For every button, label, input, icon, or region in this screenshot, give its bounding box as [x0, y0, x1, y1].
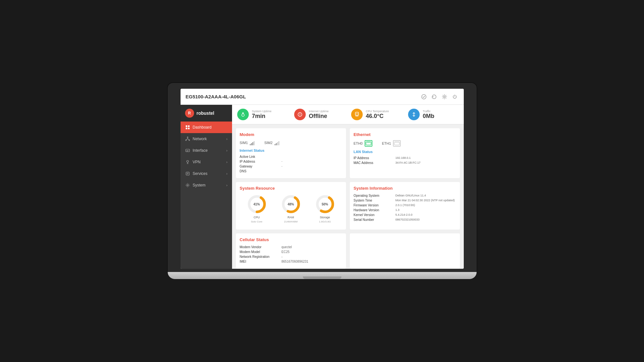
interface-icon	[185, 148, 190, 153]
cpu-label: CPU	[254, 216, 260, 219]
bar1	[275, 144, 275, 145]
sidebar-label-network: Network	[193, 137, 207, 141]
interface-chevron: ›	[226, 149, 227, 152]
lan-status-table: IP Address 192.168.0.1 MAC Address 34:FA…	[354, 156, 456, 165]
cpu-temp-value: 46.0°C	[366, 113, 389, 120]
svg-point-12	[187, 185, 188, 186]
internet-label-3: DNS	[240, 169, 282, 173]
svg-point-8	[189, 140, 190, 141]
internet-value-1: -	[282, 160, 283, 163]
power-header-icon[interactable]	[451, 93, 459, 101]
sysinfo-value-4: 5.4.214-2.0.0	[396, 213, 413, 217]
internet-icon	[294, 109, 306, 120]
eth0-icon	[365, 140, 372, 147]
sysinfo-row-5: Serial Number 086702321050033	[354, 218, 456, 222]
svg-rect-4	[186, 128, 187, 129]
system-info-panel: System Information Operating System Debi…	[350, 182, 460, 230]
bar3	[252, 142, 253, 145]
vpn-icon	[185, 159, 190, 165]
vpn-chevron: ›	[226, 160, 227, 164]
sim1-label: SIM1	[240, 141, 248, 145]
uptime-value: 7min	[252, 113, 272, 120]
sidebar-logo: R robustel	[181, 105, 232, 122]
sim2-item: SIM2	[264, 140, 279, 145]
traffic-value: 0Mb	[423, 113, 434, 120]
cellular-row-2: Network Registration -	[240, 255, 342, 258]
stat-cpu-temp: CPU Temperature 46.0°C	[351, 109, 402, 120]
sim1-item: SIM1	[240, 140, 255, 145]
sidebar: R robustel	[181, 105, 232, 269]
uptime-label: System Uptime	[252, 110, 272, 113]
uptime-icon	[237, 109, 249, 120]
ethernet-ports: ETH0 ETH1	[354, 140, 456, 147]
svg-rect-5	[188, 128, 190, 129]
sysinfo-value-1: Mon Mar 21 04:02:30 2022 (NTP not update…	[396, 199, 455, 202]
traffic-label: Traffic	[423, 110, 434, 113]
bar4	[254, 141, 255, 145]
header-icons	[420, 93, 459, 101]
system-resource-panel: System Resource 41%	[236, 182, 346, 230]
storage-sublabel: 1.8G/3.8G	[319, 220, 331, 223]
sysinfo-value-3: 1.3	[396, 208, 400, 212]
settings-icon[interactable]	[441, 93, 448, 101]
main-content: System Uptime 7min	[232, 105, 464, 269]
modem-title: Modem	[240, 132, 342, 137]
sidebar-label-interface: Interface	[193, 148, 208, 153]
sidebar-item-dashboard[interactable]: Dashboard	[181, 122, 232, 133]
logo-icon: R	[185, 109, 194, 118]
cellular-table: Modem Vendor quectel Modem Model EC25 Ne…	[240, 245, 342, 263]
traffic-icon	[408, 109, 420, 120]
sidebar-item-system[interactable]: System ›	[181, 179, 232, 191]
system-icon	[185, 183, 190, 188]
lan-row-1: MAC Address 34:FA:4C:1B:FC:17	[354, 161, 456, 165]
svg-point-10	[187, 160, 189, 162]
cpu-donut-wrap: 41%	[247, 194, 267, 214]
sidebar-item-vpn[interactable]: VPN ›	[181, 156, 232, 168]
sidebar-item-services[interactable]: Services ›	[181, 168, 232, 179]
eth1-icon	[393, 140, 401, 147]
eth1-item: ETH1	[382, 140, 401, 147]
bar4	[278, 141, 279, 145]
system-resource-title: System Resource	[240, 186, 342, 191]
ethernet-panel: Ethernet ETH0	[350, 128, 460, 178]
lan-row-0: IP Address 192.168.0.1	[354, 156, 456, 160]
svg-point-7	[185, 140, 186, 141]
app-body: R robustel	[181, 105, 464, 269]
cellular-value-0: quectel	[282, 245, 292, 249]
internet-label: Internet Uptime	[309, 110, 329, 113]
svg-point-6	[187, 137, 188, 138]
empty-panel	[350, 233, 460, 268]
modem-panel: Modem SIM1	[236, 128, 346, 178]
refresh-icon[interactable]	[430, 93, 438, 101]
internet-row-2: Gateway -	[240, 165, 342, 168]
sysinfo-label-3: Hardware Version	[354, 208, 396, 212]
sysinfo-value-0: Debian GNU/Linux 11.4	[396, 194, 426, 197]
internet-status-table: Active Link IP Address - Gateway -	[240, 155, 342, 173]
screen-bezel: EG5100-A2AAA-4L-A06GL	[168, 83, 477, 272]
cellular-label-2: Network Registration	[240, 255, 282, 258]
resource-charts: 41% CPU Solo Core	[240, 194, 342, 223]
sysinfo-row-2: Firmware Version 2.0.1 (7010:b5)	[354, 204, 456, 207]
cpu-temp-label: CPU Temperature	[366, 110, 389, 113]
internet-row-1: IP Address -	[240, 160, 342, 163]
laptop-wrapper: EG5100-A2AAA-4L-A06GL	[168, 83, 477, 279]
lan-label-0: IP Address	[354, 156, 396, 160]
check-icon[interactable]	[420, 93, 428, 101]
sim1-signal	[250, 140, 255, 145]
ram-donut-wrap: 48%	[281, 194, 301, 214]
sidebar-label-system: System	[193, 183, 206, 187]
cellular-row-3: IMEI 865167060896231	[240, 260, 342, 263]
sysinfo-label-1: System Time	[354, 199, 396, 202]
sidebar-item-network[interactable]: Network ›	[181, 133, 232, 145]
sidebar-item-interface[interactable]: Interface ›	[181, 145, 232, 156]
internet-value: Offline	[309, 113, 329, 120]
storage-percent: 50%	[322, 203, 328, 206]
internet-label-0: Active Link	[240, 155, 282, 158]
cellular-value-2: -	[282, 255, 283, 258]
ram-label: RAM	[288, 216, 294, 219]
cellular-value-3: 865167060896231	[282, 260, 308, 263]
svg-point-13	[242, 114, 244, 116]
network-icon	[185, 136, 190, 141]
services-icon	[185, 171, 190, 176]
lan-label-1: MAC Address	[354, 161, 396, 165]
